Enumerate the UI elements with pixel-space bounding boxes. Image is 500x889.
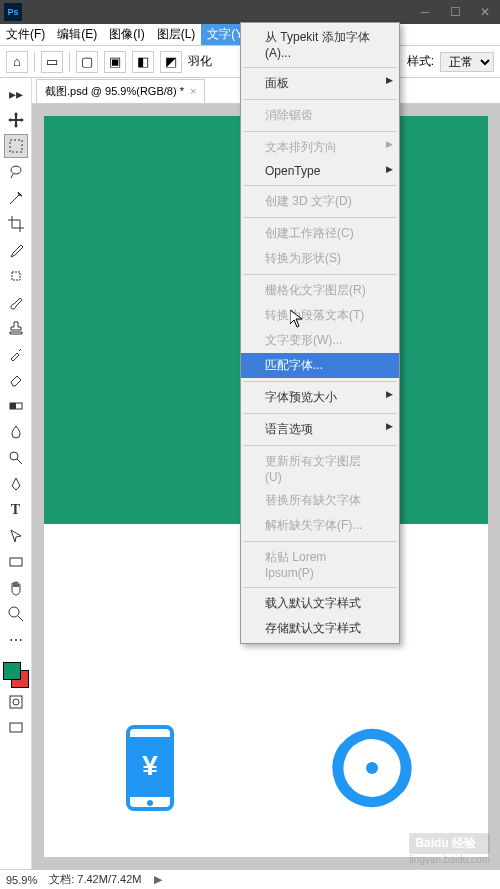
svg-point-4 xyxy=(10,452,18,460)
menu-antialias: 消除锯齿 xyxy=(241,103,399,128)
type-tool-icon[interactable]: T xyxy=(4,498,28,522)
maximize-button[interactable]: ☐ xyxy=(440,0,470,24)
move-tool-icon[interactable] xyxy=(4,108,28,132)
svg-rect-5 xyxy=(10,558,22,566)
status-doc-info[interactable]: 文档: 7.42M/7.42M xyxy=(49,872,141,887)
menu-create-work-path: 创建工作路径(C) xyxy=(241,221,399,246)
watermark-url: jingyan.baidu.com xyxy=(409,854,490,865)
path-select-tool-icon[interactable] xyxy=(4,524,28,548)
brush-tool-icon[interactable] xyxy=(4,290,28,314)
stamp-tool-icon[interactable] xyxy=(4,316,28,340)
watermark-brand: Baidu 经验 xyxy=(409,833,490,854)
menu-edit[interactable]: 编辑(E) xyxy=(51,24,103,45)
menu-panels[interactable]: 面板 xyxy=(241,71,399,96)
rectangle-tool-icon[interactable] xyxy=(4,550,28,574)
lasso-tool-icon[interactable] xyxy=(4,160,28,184)
menu-convert-paragraph: 转换为段落文本(T) xyxy=(241,303,399,328)
app-logo: Ps xyxy=(4,3,22,21)
hand-tool-icon[interactable] xyxy=(4,576,28,600)
window-controls: ─ ☐ ✕ xyxy=(410,0,500,24)
menu-rasterize-type: 栅格化文字图层(R) xyxy=(241,278,399,303)
menu-paste-lorem: 粘贴 Lorem Ipsum(P) xyxy=(241,545,399,584)
marquee-tool-icon[interactable] xyxy=(4,134,28,158)
feather-label: 羽化 xyxy=(188,53,212,70)
tools-panel: ▸▸ T ⋯ xyxy=(0,78,32,869)
style-label: 样式: xyxy=(407,53,434,70)
quick-mask-icon[interactable] xyxy=(4,690,28,714)
close-tab-icon[interactable]: × xyxy=(190,85,196,97)
menu-create-3d-text: 创建 3D 文字(D) xyxy=(241,189,399,214)
menu-orientation: 文本排列方向 xyxy=(241,135,399,160)
svg-point-6 xyxy=(9,607,19,617)
menu-language-options[interactable]: 语言选项 xyxy=(241,417,399,442)
home-icon[interactable]: ⌂ xyxy=(6,51,28,73)
svg-rect-9 xyxy=(10,723,22,732)
zoom-tool-icon[interactable] xyxy=(4,602,28,626)
menu-font-preview-size[interactable]: 字体预览大小 xyxy=(241,385,399,410)
finance-circle-icon xyxy=(332,728,412,808)
foreground-color-swatch[interactable] xyxy=(3,662,21,680)
title-bar: Ps ─ ☐ ✕ xyxy=(0,0,500,24)
svg-rect-7 xyxy=(10,696,22,708)
menu-add-typekit-fonts[interactable]: 从 Typekit 添加字体(A)... xyxy=(241,25,399,64)
patch-tool-icon[interactable] xyxy=(4,264,28,288)
crop-tool-icon[interactable] xyxy=(4,212,28,236)
svg-point-8 xyxy=(13,699,19,705)
type-menu-dropdown: 从 Typekit 添加字体(A)... 面板 消除锯齿 文本排列方向 Open… xyxy=(240,22,400,644)
status-arrow-icon[interactable]: ▶ xyxy=(154,873,162,886)
menu-convert-to-shape: 转换为形状(S) xyxy=(241,246,399,271)
menu-file[interactable]: 文件(F) xyxy=(0,24,51,45)
eraser-tool-icon[interactable] xyxy=(4,368,28,392)
status-bar: 95.9% 文档: 7.42M/7.42M ▶ xyxy=(0,869,500,889)
menu-layer[interactable]: 图层(L) xyxy=(151,24,202,45)
history-brush-tool-icon[interactable] xyxy=(4,342,28,366)
svg-rect-3 xyxy=(10,403,16,409)
menu-update-all-type: 更新所有文字图层(U) xyxy=(241,449,399,488)
document-tab-title: 截图.psd @ 95.9%(RGB/8) * xyxy=(45,84,184,99)
menu-opentype[interactable]: OpenType xyxy=(241,160,399,182)
selection-new-icon[interactable]: ▢ xyxy=(76,51,98,73)
svg-rect-1 xyxy=(12,272,20,280)
screen-mode-icon[interactable] xyxy=(4,716,28,740)
marquee-preset-icon[interactable]: ▭ xyxy=(41,51,63,73)
pen-tool-icon[interactable] xyxy=(4,472,28,496)
expand-tools-icon[interactable]: ▸▸ xyxy=(4,82,28,106)
status-zoom[interactable]: 95.9% xyxy=(6,874,37,886)
minimize-button[interactable]: ─ xyxy=(410,0,440,24)
document-tab[interactable]: 截图.psd @ 95.9%(RGB/8) * × xyxy=(36,79,205,103)
magic-wand-tool-icon[interactable] xyxy=(4,186,28,210)
dodge-tool-icon[interactable] xyxy=(4,446,28,470)
canvas-bottom-row: ¥ xyxy=(44,679,488,857)
menu-image[interactable]: 图像(I) xyxy=(103,24,150,45)
menu-warp-text: 文字变形(W)... xyxy=(241,328,399,353)
watermark: Baidu 经验 jingyan.baidu.com xyxy=(409,833,490,865)
style-select[interactable]: 正常 xyxy=(440,52,494,72)
blur-tool-icon[interactable] xyxy=(4,420,28,444)
selection-add-icon[interactable]: ▣ xyxy=(104,51,126,73)
svg-text:¥: ¥ xyxy=(142,750,158,781)
menu-save-default-styles[interactable]: 存储默认文字样式 xyxy=(241,616,399,641)
gradient-tool-icon[interactable] xyxy=(4,394,28,418)
tool-ellipsis-icon[interactable]: ⋯ xyxy=(4,628,28,652)
menu-replace-missing-fonts: 替换所有缺欠字体 xyxy=(241,488,399,513)
svg-point-13 xyxy=(147,800,153,806)
menu-match-font[interactable]: 匹配字体... xyxy=(241,353,399,378)
menu-load-default-styles[interactable]: 载入默认文字样式 xyxy=(241,591,399,616)
phone-yen-icon: ¥ xyxy=(120,723,180,813)
color-swatches[interactable] xyxy=(3,662,29,688)
eyedropper-tool-icon[interactable] xyxy=(4,238,28,262)
close-button[interactable]: ✕ xyxy=(470,0,500,24)
svg-point-14 xyxy=(366,762,378,774)
menu-resolve-missing-fonts: 解析缺失字体(F)... xyxy=(241,513,399,538)
svg-rect-0 xyxy=(10,140,22,152)
selection-subtract-icon[interactable]: ◧ xyxy=(132,51,154,73)
selection-intersect-icon[interactable]: ◩ xyxy=(160,51,182,73)
